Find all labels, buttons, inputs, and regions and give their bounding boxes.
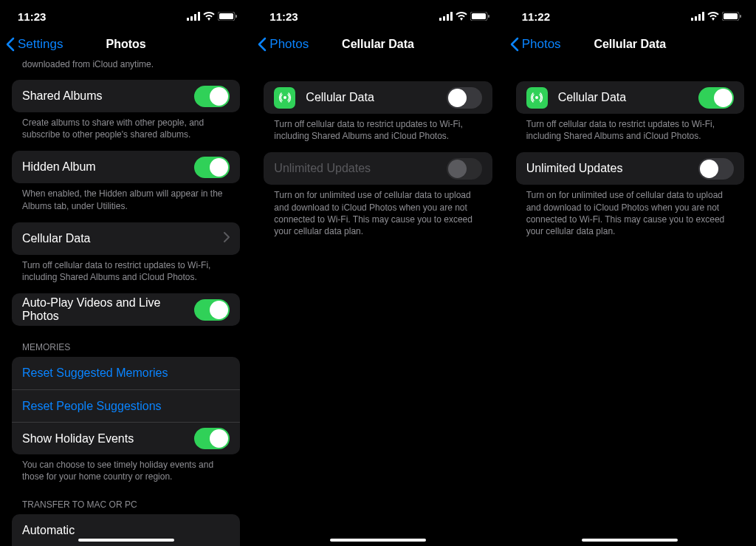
- nav-title: Photos: [0, 38, 252, 51]
- status-icons: [187, 12, 237, 21]
- battery-icon: [218, 12, 237, 21]
- battery-icon: [722, 12, 741, 21]
- status-bar: 11:23: [252, 0, 504, 33]
- shared-albums-row[interactable]: Shared Albums: [12, 80, 240, 112]
- wifi-icon: [203, 12, 215, 21]
- memories-footer: You can choose to see timely holiday eve…: [12, 454, 240, 482]
- svg-rect-5: [219, 13, 233, 19]
- svg-rect-8: [443, 16, 445, 21]
- nav-title: Cellular Data: [252, 38, 504, 51]
- signal-icon: [439, 12, 453, 21]
- svg-rect-2: [194, 14, 196, 21]
- svg-rect-21: [740, 15, 741, 18]
- phone-screen-1: 11:23 Settings Photos downloaded from iC…: [0, 0, 252, 546]
- cellular-data-toggle[interactable]: [698, 87, 734, 109]
- svg-point-14: [284, 96, 286, 99]
- transfer-header: TRANSFER TO MAC OR PC: [12, 483, 240, 510]
- wifi-icon: [707, 12, 719, 21]
- nav-bar: Settings Photos: [0, 33, 252, 56]
- status-bar: 11:22: [504, 0, 756, 33]
- cellular-data-row[interactable]: Cellular Data: [264, 81, 492, 114]
- svg-rect-6: [236, 15, 237, 18]
- svg-rect-9: [447, 14, 449, 21]
- reset-people-button[interactable]: Reset People Suggestions: [12, 389, 240, 422]
- home-indicator[interactable]: [330, 539, 426, 542]
- svg-rect-18: [702, 12, 704, 21]
- memories-header: MEMORIES: [12, 326, 240, 352]
- battery-icon: [470, 12, 489, 21]
- unlimited-updates-toggle[interactable]: [698, 158, 734, 180]
- wifi-icon: [456, 12, 467, 21]
- status-icons: [439, 12, 489, 21]
- unlimited-updates-footer: Turn on for unlimited use of cellular da…: [264, 185, 492, 237]
- svg-rect-3: [198, 12, 200, 21]
- cellular-data-row[interactable]: Cellular Data: [516, 81, 744, 114]
- svg-rect-17: [698, 14, 701, 21]
- cellular-data-label: Cellular Data: [306, 91, 374, 104]
- shared-albums-label: Shared Albums: [22, 89, 103, 103]
- autoplay-row[interactable]: Auto-Play Videos and Live Photos: [12, 293, 240, 326]
- svg-rect-15: [691, 18, 693, 21]
- chevron-right-icon: [224, 232, 230, 245]
- phone-screen-2: 11:23 Photos Cellular Data Cellular Data: [252, 0, 504, 546]
- truncated-footer: downloaded from iCloud anytime.: [0, 56, 252, 69]
- hidden-album-toggle[interactable]: [194, 157, 230, 178]
- svg-rect-20: [724, 13, 738, 19]
- svg-rect-0: [187, 18, 189, 21]
- nav-bar: Photos Cellular Data: [504, 33, 756, 56]
- nav-title: Cellular Data: [504, 38, 756, 51]
- shared-albums-toggle[interactable]: [194, 86, 230, 107]
- phone-screen-3: 11:22 Photos Cellular Data Cellular Data: [504, 0, 756, 546]
- unlimited-updates-row: Unlimited Updates: [264, 152, 492, 185]
- hidden-album-label: Hidden Album: [22, 160, 96, 174]
- unlimited-updates-footer: Turn on for unlimited use of cellular da…: [516, 185, 744, 237]
- cellular-data-footer: Turn off cellular data to restrict updat…: [264, 114, 492, 142]
- autoplay-toggle[interactable]: [194, 299, 230, 321]
- signal-icon: [691, 12, 704, 21]
- holiday-events-toggle[interactable]: [194, 428, 230, 449]
- hidden-album-row[interactable]: Hidden Album: [12, 151, 240, 183]
- status-time: 11:23: [269, 10, 298, 23]
- home-indicator[interactable]: [78, 539, 174, 542]
- svg-rect-12: [472, 13, 486, 19]
- svg-rect-13: [488, 15, 489, 18]
- cellular-data-footer: Turn off cellular data to restrict updat…: [516, 114, 744, 142]
- cellular-data-label: Cellular Data: [22, 232, 90, 245]
- unlimited-updates-label: Unlimited Updates: [526, 162, 623, 175]
- cellular-data-toggle[interactable]: [447, 87, 482, 109]
- svg-point-22: [535, 96, 538, 99]
- antenna-icon: [274, 87, 295, 109]
- cellular-data-label: Cellular Data: [558, 91, 626, 104]
- status-time: 11:22: [522, 10, 550, 23]
- svg-rect-10: [450, 12, 453, 21]
- cellular-data-row[interactable]: Cellular Data: [12, 222, 240, 255]
- status-time: 11:23: [18, 10, 46, 23]
- cellular-data-footer: Turn off cellular data to restrict updat…: [12, 255, 240, 283]
- unlimited-updates-row[interactable]: Unlimited Updates: [516, 152, 744, 185]
- svg-rect-16: [695, 16, 697, 21]
- signal-icon: [187, 12, 200, 21]
- unlimited-updates-toggle: [447, 158, 482, 180]
- svg-rect-7: [439, 18, 441, 21]
- home-indicator[interactable]: [582, 539, 678, 542]
- holiday-events-label: Show Holiday Events: [22, 432, 134, 446]
- holiday-events-row[interactable]: Show Holiday Events: [12, 422, 240, 454]
- nav-bar: Photos Cellular Data: [252, 33, 504, 56]
- antenna-icon: [526, 87, 548, 109]
- unlimited-updates-label: Unlimited Updates: [274, 162, 371, 175]
- hidden-album-footer: When enabled, the Hidden album will appe…: [12, 183, 240, 211]
- autoplay-label: Auto-Play Videos and Live Photos: [22, 296, 194, 323]
- reset-memories-button[interactable]: Reset Suggested Memories: [12, 357, 240, 389]
- status-icons: [691, 12, 741, 21]
- shared-albums-footer: Create albums to share with other people…: [12, 112, 240, 140]
- svg-rect-1: [190, 16, 193, 21]
- status-bar: 11:23: [0, 0, 252, 33]
